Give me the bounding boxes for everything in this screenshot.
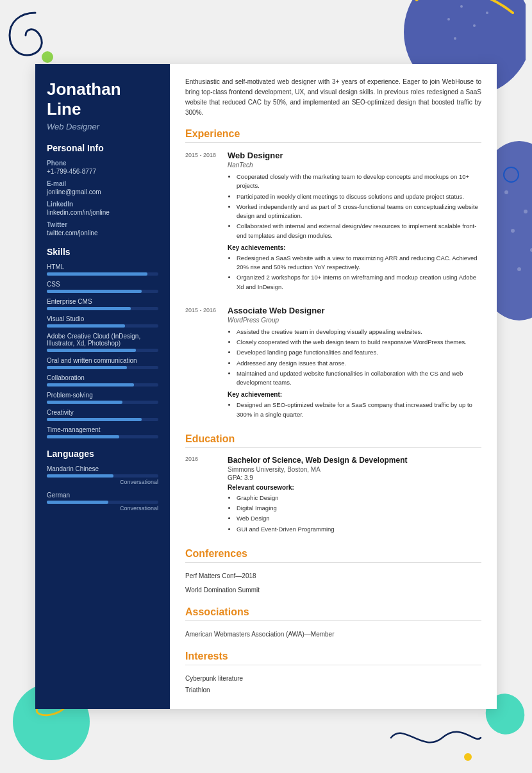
- experience-bullets-list: Cooperated closely with the marketing te…: [228, 172, 481, 240]
- experience-item: 2015 - 2016 Associate Web Designer WordP…: [185, 306, 481, 423]
- education-item: 2016 Bachelor of Science, Web Design & D…: [185, 456, 481, 538]
- skill-bar-fill: [47, 349, 136, 352]
- skill-bar-background: [47, 418, 158, 421]
- skill-item: Adobe Creative Cloud (InDesign, Illustra…: [47, 333, 158, 352]
- language-bar-fill: [47, 474, 113, 478]
- skill-item: Oral and written communication: [47, 357, 158, 369]
- experience-details: Associate Web Designer WordPress Group A…: [228, 306, 481, 423]
- candidate-title: Web Designer: [47, 122, 158, 131]
- achievement-bullet: Organized 2 workshops for 10+ interns on…: [237, 273, 481, 292]
- association-item: American Webmasters Association (AWA)—Me…: [185, 629, 481, 640]
- skill-name: Problem-solving: [47, 392, 158, 399]
- skills-heading: Skills: [47, 247, 158, 257]
- language-level: Conversational: [47, 479, 158, 485]
- skill-name: Time-management: [47, 426, 158, 433]
- language-bar-background: [47, 501, 158, 504]
- skill-bar-fill: [47, 324, 125, 328]
- education-school: Simmons University, Boston, MA: [228, 466, 481, 473]
- svg-point-4: [486, 12, 488, 14]
- experience-bullet: Worked independently and as part of 3 cr…: [237, 203, 481, 221]
- skills-list: HTML CSS Enterprise CMS Visual Studio Ad…: [47, 263, 158, 438]
- experience-bullet: Assisted the creative team in developing…: [237, 328, 481, 337]
- experience-bullet: Addressed any design issues that arose.: [237, 359, 481, 368]
- skill-bar-fill: [47, 435, 119, 438]
- skill-bar-background: [47, 290, 158, 293]
- language-name: German: [47, 492, 158, 499]
- experience-title: Associate Web Designer: [228, 306, 481, 315]
- skill-item: Problem-solving: [47, 392, 158, 404]
- language-bar-fill: [47, 501, 108, 504]
- interest-item: Cyberpunk literature: [185, 673, 481, 685]
- svg-point-8: [524, 210, 528, 213]
- bottom-right-squiggle: [385, 709, 481, 760]
- skill-item: CSS: [47, 281, 158, 293]
- education-details: Bachelor of Science, Web Design & Develo…: [228, 456, 481, 538]
- svg-point-2: [460, 5, 463, 8]
- conference-item: World Domination Summit: [185, 585, 481, 596]
- coursework-item: GUI and Event-Driven Programming: [237, 525, 481, 534]
- svg-point-12: [464, 753, 472, 761]
- language-item: Mandarin Chinese Conversational: [47, 465, 158, 485]
- svg-point-1: [447, 18, 450, 21]
- summary-text: Enthusiastic and self-motivated web desi…: [185, 77, 481, 118]
- top-left-decoration: [6, 6, 58, 58]
- skill-bar-background: [47, 401, 158, 404]
- email-value: jonline@gmail.com: [47, 188, 158, 195]
- experience-bullet: Closely cooperated with the web design t…: [237, 338, 481, 347]
- associations-content: American Webmasters Association (AWA)—Me…: [185, 629, 481, 640]
- skill-bar-background: [47, 349, 158, 352]
- main-content: Enthusiastic and self-motivated web desi…: [170, 64, 497, 709]
- interest-item: Triathlon: [185, 685, 481, 696]
- coursework-item: Graphic Design: [237, 494, 481, 503]
- twitter-value: twitter.com/jonline: [47, 229, 158, 237]
- language-bar-background: [47, 474, 158, 478]
- experience-bullet: Participated in weekly client meetings t…: [237, 192, 481, 201]
- experience-item: 2015 - 2018 Web Designer NanTech Coopera…: [185, 151, 481, 295]
- twitter-label: Twitter: [47, 221, 158, 228]
- coursework-label: Relevant coursework:: [228, 484, 481, 491]
- skill-bar-fill: [47, 272, 147, 276]
- skill-item: Enterprise CMS: [47, 298, 158, 310]
- interests-content: Cyberpunk literatureTriathlon: [185, 673, 481, 696]
- skill-bar-fill: [47, 366, 127, 369]
- sidebar: Jonathan Line Web Designer Personal Info…: [35, 64, 170, 709]
- skill-name: Creativity: [47, 409, 158, 416]
- circle-outline-right-decoration: [503, 167, 519, 183]
- experience-dates: 2015 - 2016: [185, 306, 217, 423]
- experience-bullets-list: Assisted the creative team in developing…: [228, 328, 481, 388]
- conferences-section-title: Conferences: [185, 548, 481, 563]
- languages-list: Mandarin Chinese Conversational German C…: [47, 465, 158, 511]
- skill-bar-background: [47, 272, 158, 276]
- associations-list: American Webmasters Association (AWA)—Me…: [185, 629, 481, 640]
- experience-title: Web Designer: [228, 151, 481, 160]
- experience-bullet: Cooperated closely with the marketing te…: [237, 172, 481, 191]
- conferences-list: Perf Matters Conf—2018World Domination S…: [185, 570, 481, 596]
- achievements-bullets-list: Designed an SEO-optimized website for a …: [228, 401, 481, 419]
- skill-name: CSS: [47, 281, 158, 288]
- skill-bar-background: [47, 435, 158, 438]
- skill-bar-background: [47, 307, 158, 310]
- skill-item: Collaboration: [47, 374, 158, 386]
- experience-list: 2015 - 2018 Web Designer NanTech Coopera…: [185, 151, 481, 423]
- language-item: German Conversational: [47, 492, 158, 511]
- associations-section-title: Associations: [185, 606, 481, 621]
- skill-item: HTML: [47, 263, 158, 276]
- personal-info-heading: Personal Info: [47, 143, 158, 153]
- phone-value: +1-799-456-8777: [47, 168, 158, 175]
- svg-point-7: [504, 190, 508, 194]
- education-degree: Bachelor of Science, Web Design & Develo…: [228, 456, 481, 465]
- experience-bullet: Developed landing page functionalities a…: [237, 348, 481, 357]
- language-level: Conversational: [47, 505, 158, 511]
- skill-bar-background: [47, 324, 158, 328]
- skill-bar-background: [47, 366, 158, 369]
- experience-bullet: Maintained and updated website functiona…: [237, 369, 481, 388]
- education-section-title: Education: [185, 433, 481, 448]
- interests-section-title: Interests: [185, 651, 481, 665]
- skill-item: Time-management: [47, 426, 158, 438]
- achievement-bullet: Designed an SEO-optimized website for a …: [237, 401, 481, 419]
- experience-bullet: Collaborated with internal and external …: [237, 222, 481, 240]
- experience-section-title: Experience: [185, 128, 481, 143]
- candidate-name: Jonathan Line: [47, 79, 158, 119]
- languages-heading: Languages: [47, 449, 158, 459]
- linkedin-label: LinkedIn: [47, 201, 158, 208]
